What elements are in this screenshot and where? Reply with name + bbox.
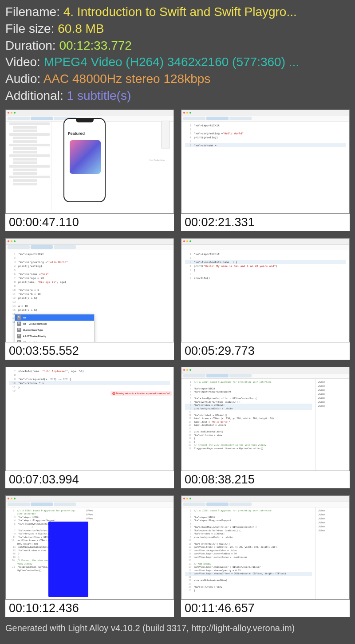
additional-value: 1 subtitle(s) [67,89,131,102]
thumbnail-6[interactable]: 1//: A UIKit based Playground for presen… [181,367,350,488]
video-value: MPEG4 Video (H264) 3462x2160 (577:360) .… [44,55,299,69]
thumbnail-7[interactable]: 1//: A UIKit based Playground for presen… [5,495,174,617]
thumbnail-image: 1"kw">import UIKit23"kw">var greeting = … [181,110,350,214]
filesize-value: 60.8 MB [58,22,104,35]
thumbnail-image: 1//: A UIKit based Playground for presen… [181,367,350,471]
filesize-label: File size: [5,22,54,35]
thumbnail-grid: FeaturedNo Selection00:00:47.1101"kw">im… [0,110,355,617]
thumbnail-timestamp: 00:00:47.110 [5,214,174,231]
thumbnail-image: 7showInfo(name: "John Appleseed", age: 5… [5,367,174,471]
duration-label: Duration: [5,39,56,52]
thumbnail-timestamp: 00:05:29.773 [181,342,350,360]
thumbnail-timestamp: 00:10:12.436 [5,600,174,617]
thumbnail-timestamp: 00:11:46.657 [181,600,350,617]
additional-label: Additional: [5,89,63,102]
thumbnail-5[interactable]: 7showInfo(name: "John Appleseed", age: 5… [5,367,174,488]
audio-label: Audio: [5,72,40,86]
filename-value: 4. Introduction to Swift and Swift Playg… [63,5,297,19]
thumbnail-timestamp: 00:07:03.994 [5,471,174,488]
filename-label: Filename: [5,5,60,19]
video-label: Video: [5,55,40,69]
thumbnail-8[interactable]: 1//: A UIKit based Playground for presen… [181,495,350,617]
thumbnail-timestamp: 00:03:55.552 [5,342,174,360]
thumbnail-image: 1"kw">import UIKit23"kw">var greeting = … [5,238,174,342]
thumbnail-image: 1//: A UIKit based Playground for presen… [5,495,174,600]
thumbnail-timestamp: 00:02:21.331 [181,214,350,231]
thumbnail-2[interactable]: 1"kw">import UIKit23"kw">var greeting = … [181,110,350,231]
thumbnail-image: 1"kw">import UIKit23"kw">func showInfo(n… [181,238,350,342]
thumbnail-1[interactable]: FeaturedNo Selection00:00:47.110 [5,110,174,231]
thumbnail-timestamp: 00:08:38.215 [181,471,350,488]
thumbnail-4[interactable]: 1"kw">import UIKit23"kw">func showInfo(n… [181,238,350,360]
audio-value: AAC 48000Hz stereo 128kbps [43,72,211,86]
generator-footer: Generated with Light Alloy v4.10.2 (buil… [0,617,355,633]
thumbnail-image: FeaturedNo Selection [5,110,174,214]
duration-value: 00:12:33.772 [59,39,132,52]
thumbnail-image: 1//: A UIKit based Playground for presen… [181,495,350,600]
metadata-header: Filename: 4. Introduction to Swift and S… [0,0,355,110]
thumbnail-3[interactable]: 1"kw">import UIKit23"kw">var greeting = … [5,238,174,360]
